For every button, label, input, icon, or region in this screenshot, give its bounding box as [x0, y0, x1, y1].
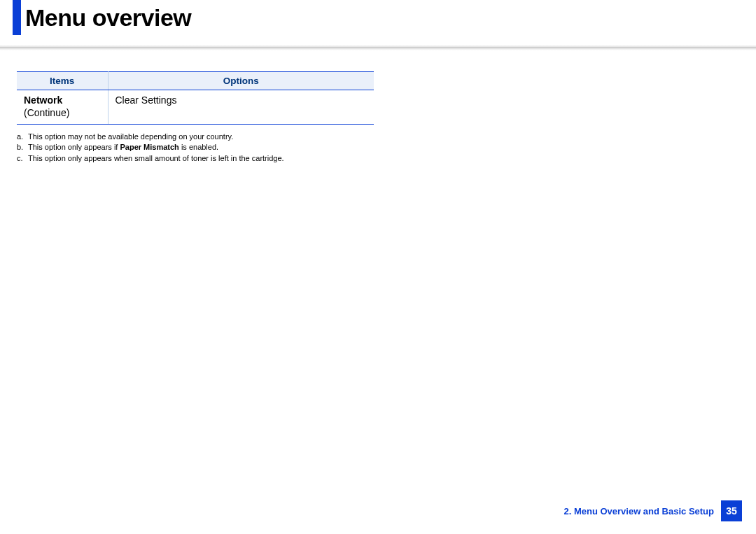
item-continue: (Continue)	[24, 107, 101, 118]
menu-table: Items Options Network (Continue) Clear S…	[17, 71, 374, 125]
footnote-c-text: This option only appears when small amou…	[28, 153, 284, 164]
header-accent-bar	[13, 0, 21, 35]
page-title: Menu overview	[14, 0, 756, 35]
footnote-c-marker: c.	[17, 153, 28, 164]
footer-section: 2. Menu Overview and Basic Setup	[564, 506, 714, 517]
page-content: Items Options Network (Continue) Clear S…	[0, 50, 756, 164]
col-header-options: Options	[108, 72, 374, 90]
footnotes: a. This option may not be available depe…	[17, 132, 409, 164]
footnote-b-prefix: This option only appears if	[28, 143, 120, 151]
table-row: Network (Continue) Clear Settings	[17, 90, 374, 125]
cell-option: Clear Settings	[108, 90, 374, 125]
footer-page-number: 35	[721, 500, 742, 521]
footnote-b-text: This option only appears if Paper Mismat…	[28, 142, 218, 153]
footnote-a-text: This option may not be available dependi…	[28, 132, 233, 142]
item-name: Network	[24, 94, 101, 106]
cell-item: Network (Continue)	[17, 90, 108, 125]
page-header: Menu overview	[0, 0, 756, 43]
footnote-a-marker: a.	[17, 132, 28, 142]
footnote-b-suffix: is enabled.	[179, 143, 218, 151]
footnote-b-strong: Paper Mismatch	[120, 143, 178, 151]
footnote-b: b. This option only appears if Paper Mis…	[17, 142, 409, 153]
col-header-items: Items	[17, 72, 108, 90]
footnote-a: a. This option may not be available depe…	[17, 132, 409, 142]
footnote-c: c. This option only appears when small a…	[17, 153, 409, 164]
header-shadow	[0, 45, 756, 50]
footnote-b-marker: b.	[17, 142, 28, 153]
document-page: Menu overview Items Options Network (Con…	[0, 0, 756, 534]
table-header-row: Items Options	[17, 72, 374, 90]
page-footer: 2. Menu Overview and Basic Setup 35	[564, 500, 742, 521]
